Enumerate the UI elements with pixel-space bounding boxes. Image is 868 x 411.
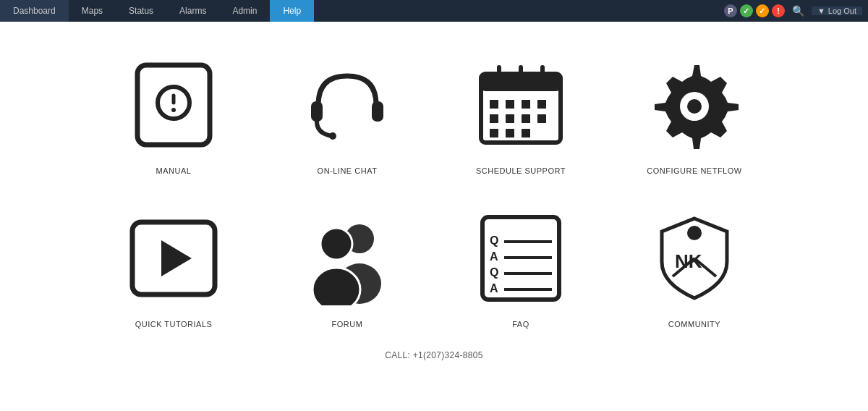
svg-point-6 [329, 132, 336, 140]
status-icon-p[interactable]: P [724, 4, 737, 17]
configure-netflow-icon [647, 58, 741, 152]
svg-rect-17 [506, 114, 514, 123]
nav-maps[interactable]: Maps [69, 0, 116, 22]
svg-rect-4 [311, 101, 323, 122]
nav-right-icons: P ✓ ✓ ! 🔍 ▼ Log Out [718, 0, 868, 22]
community-label: COMMUNITY [668, 320, 720, 329]
call-info: CALL: +1(207)324-8805 [385, 350, 482, 360]
community-icon-wrap: NK [640, 204, 749, 313]
svg-marker-26 [161, 240, 192, 276]
nav-alarms[interactable]: Alarms [166, 0, 219, 22]
svg-rect-12 [490, 100, 498, 109]
svg-point-3 [171, 108, 176, 112]
search-icon[interactable]: 🔍 [788, 5, 809, 17]
online-chat-icon [300, 58, 394, 152]
svg-rect-15 [537, 100, 546, 109]
help-content: MANUAL ON-LINE CHAT [0, 22, 868, 375]
quick-tutorials-icon [127, 211, 221, 305]
svg-point-30 [312, 268, 360, 305]
configure-netflow-label: CONFIGURE NETFLOW [647, 166, 741, 175]
nav-help[interactable]: Help [270, 0, 314, 22]
logout-arrow: ▼ [817, 7, 825, 15]
forum-label: FORUM [332, 320, 363, 329]
status-icon-warn[interactable]: ✓ [756, 4, 769, 17]
logout-button[interactable]: ▼ Log Out [812, 7, 862, 15]
faq-icon: Q A Q A [474, 211, 568, 305]
online-chat-label: ON-LINE CHAT [318, 166, 378, 175]
manual-icon [127, 58, 221, 152]
forum-icon-wrap [293, 204, 401, 313]
forum-item[interactable]: FORUM [268, 204, 427, 329]
quick-tutorials-item[interactable]: QUICK TUTORIALS [94, 204, 253, 329]
svg-rect-0 [137, 65, 210, 145]
svg-rect-13 [506, 100, 514, 109]
svg-text:A: A [490, 282, 498, 295]
svg-rect-5 [372, 101, 383, 122]
logout-label: Log Out [828, 7, 856, 15]
community-item[interactable]: NK COMMUNITY [615, 204, 774, 329]
configure-netflow-icon-wrap [640, 51, 749, 159]
svg-rect-21 [506, 129, 514, 137]
svg-text:A: A [490, 250, 498, 263]
svg-rect-14 [522, 100, 530, 109]
faq-icon-wrap: Q A Q A [467, 204, 575, 313]
forum-icon [300, 211, 394, 305]
faq-item[interactable]: Q A Q A FAQ [441, 204, 600, 329]
schedule-support-icon [474, 58, 568, 152]
manual-label: MANUAL [156, 166, 192, 175]
svg-text:Q: Q [490, 266, 498, 279]
schedule-support-item[interactable]: SCHEDULE SUPPORT [441, 51, 600, 175]
main-nav: Dashboard Maps Status Alarms Admin Help … [0, 0, 868, 22]
svg-text:Q: Q [490, 234, 498, 247]
svg-point-24 [687, 99, 702, 114]
svg-point-29 [320, 228, 352, 260]
faq-label: FAQ [512, 320, 529, 329]
quick-tutorials-label: QUICK TUTORIALS [135, 320, 213, 329]
community-icon: NK [647, 211, 741, 305]
svg-rect-16 [490, 114, 498, 123]
schedule-support-label: SCHEDULE SUPPORT [476, 166, 566, 175]
nav-dashboard[interactable]: Dashboard [0, 0, 69, 22]
svg-point-41 [687, 226, 702, 240]
online-chat-icon-wrap [293, 51, 401, 159]
nav-status[interactable]: Status [116, 0, 166, 22]
help-icon-grid: MANUAL ON-LINE CHAT [94, 51, 774, 329]
schedule-support-icon-wrap [467, 51, 575, 159]
svg-rect-22 [522, 129, 530, 137]
manual-item[interactable]: MANUAL [94, 51, 253, 175]
online-chat-item[interactable]: ON-LINE CHAT [268, 51, 427, 175]
svg-rect-20 [490, 129, 498, 137]
quick-tutorials-icon-wrap [119, 204, 228, 313]
status-icon-error[interactable]: ! [772, 4, 785, 17]
manual-icon-wrap [119, 51, 228, 159]
svg-rect-18 [522, 114, 530, 123]
nav-admin[interactable]: Admin [219, 0, 270, 22]
configure-netflow-item[interactable]: CONFIGURE NETFLOW [615, 51, 774, 175]
status-icon-check[interactable]: ✓ [740, 4, 753, 17]
svg-rect-19 [537, 114, 546, 123]
